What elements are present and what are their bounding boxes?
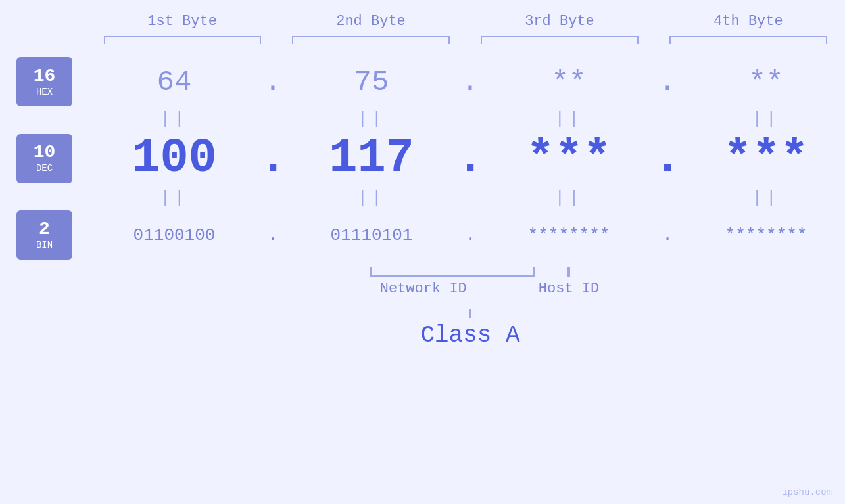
top-brackets xyxy=(104,36,827,44)
bracket-2 xyxy=(292,36,449,44)
dec-badge: 10 DEC xyxy=(16,134,72,183)
watermark: ipshu.com xyxy=(782,487,832,497)
byte-header-4: 4th Byte xyxy=(669,13,827,30)
bin-row: 2 BIN 01100100 . 01110101 . ******** . *… xyxy=(0,210,845,260)
bin-val-4: ******** xyxy=(684,225,845,245)
eq1-1: || xyxy=(92,109,256,129)
eq2-3: || xyxy=(487,188,651,208)
hex-val-2: 75 xyxy=(289,66,454,99)
dec-dot-2: . xyxy=(454,131,487,185)
equals-row-1: || || || || xyxy=(0,109,845,129)
hex-dot-1: . xyxy=(256,66,289,99)
bin-val-3: ******** xyxy=(487,225,651,245)
hex-val-4: ** xyxy=(684,66,845,99)
dec-val-4: *** xyxy=(684,131,845,185)
hex-row: 16 HEX 64 . 75 . ** . ** xyxy=(0,57,845,106)
dec-badge-number: 10 xyxy=(34,143,56,162)
bracket-4 xyxy=(669,36,827,44)
hex-dot-3: . xyxy=(651,66,684,99)
bin-val-2: 01110101 xyxy=(289,225,454,245)
dec-dot-3: . xyxy=(651,131,684,185)
hex-badge-label: HEX xyxy=(36,87,53,97)
eq2-2: || xyxy=(289,188,454,208)
byte-header-1: 1st Byte xyxy=(104,13,261,30)
hex-val-3: ** xyxy=(487,66,651,99)
main-container: 1st Byte 2nd Byte 3rd Byte 4th Byte 16 H… xyxy=(0,0,845,504)
eq1-2: || xyxy=(289,109,454,129)
dec-badge-col: 10 DEC xyxy=(0,134,92,183)
class-bracket xyxy=(469,309,471,318)
dec-val-2: 117 xyxy=(289,131,454,185)
class-label-row: Class A xyxy=(325,322,519,349)
bin-val-1: 01100100 xyxy=(92,225,256,245)
class-bracket-row xyxy=(374,309,471,318)
eq2-4: || xyxy=(684,188,845,208)
equals-row-2: || || || || xyxy=(0,188,845,208)
hex-badge-number: 16 xyxy=(34,67,56,85)
bin-dot-2: . xyxy=(454,225,487,245)
bin-badge-number: 2 xyxy=(39,220,50,239)
dec-row: 10 DEC 100 . 117 . *** . *** xyxy=(0,131,845,185)
eq2-1: || xyxy=(92,188,256,208)
dec-val-1: 100 xyxy=(92,131,256,185)
dec-dot-1: . xyxy=(256,131,289,185)
hex-badge: 16 HEX xyxy=(16,57,72,106)
byte-header-3: 3rd Byte xyxy=(481,13,638,30)
host-bracket xyxy=(567,267,570,277)
dec-badge-label: DEC xyxy=(36,163,53,173)
byte-headers: 1st Byte 2nd Byte 3rd Byte 4th Byte xyxy=(104,13,827,30)
bin-badge-label: BIN xyxy=(36,240,53,250)
class-label: Class A xyxy=(420,322,519,349)
hex-badge-col: 16 HEX xyxy=(0,57,92,106)
bin-badge: 2 BIN xyxy=(16,210,72,260)
network-id-label: Network ID xyxy=(341,281,506,297)
network-bracket xyxy=(370,267,535,277)
bracket-3 xyxy=(481,36,638,44)
bin-badge-col: 2 BIN xyxy=(0,210,92,260)
dec-val-3: *** xyxy=(487,131,651,185)
eq1-3: || xyxy=(487,109,651,129)
bin-dot-1: . xyxy=(256,225,289,245)
dec-values: 100 . 117 . *** . *** xyxy=(92,131,845,185)
id-labels: Network ID Host ID xyxy=(246,281,599,297)
bracket-1 xyxy=(104,36,261,44)
hex-values: 64 . 75 . ** . ** xyxy=(92,66,845,99)
byte-header-2: 2nd Byte xyxy=(292,13,449,30)
host-id-label: Host ID xyxy=(539,281,599,297)
bin-dot-3: . xyxy=(651,225,684,245)
hex-val-1: 64 xyxy=(92,66,256,99)
hex-dot-2: . xyxy=(454,66,487,99)
bin-values: 01100100 . 01110101 . ******** . *******… xyxy=(92,225,845,245)
eq1-4: || xyxy=(684,109,845,129)
bottom-bracket-row xyxy=(275,267,570,277)
